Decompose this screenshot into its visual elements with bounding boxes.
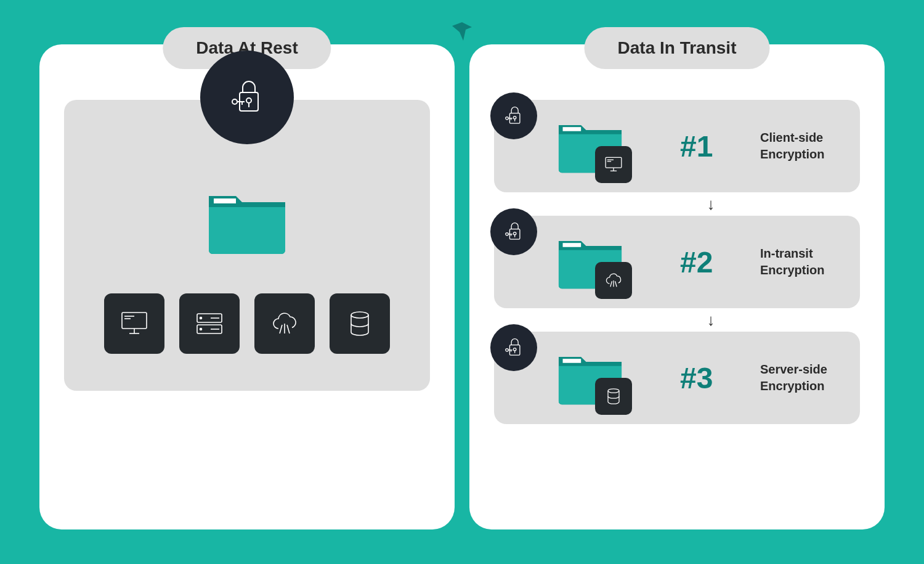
data-in-transit-panel: Data In Transit: [469, 44, 885, 529]
arrow-down-icon: ↓: [494, 196, 860, 212]
svg-point-23: [513, 116, 516, 119]
svg-line-18: [280, 325, 282, 333]
lock-key-icon: [490, 324, 537, 371]
desktop-computer-icon: [595, 146, 632, 183]
step-number: #3: [680, 361, 736, 395]
lock-key-icon: [490, 208, 537, 255]
transit-step-2: #2 In-transit Encryption: [494, 216, 860, 308]
cloud-icon: [254, 293, 315, 354]
lock-key-icon: [490, 92, 537, 139]
rest-body: [64, 100, 430, 391]
database-icon: [330, 293, 390, 354]
transit-steps: #1 Client-side Encryption ↓: [494, 100, 860, 424]
transit-step-3: #3 Server-side Encryption: [494, 332, 860, 424]
svg-line-20: [287, 325, 290, 333]
step-number: #1: [680, 129, 736, 163]
step-label: Client-side Encryption: [760, 129, 824, 163]
svg-line-43: [615, 281, 617, 287]
storage-icon-row: [104, 293, 390, 354]
svg-point-37: [506, 233, 508, 235]
svg-point-1: [246, 98, 251, 103]
svg-point-14: [200, 317, 202, 319]
svg-point-25: [506, 117, 508, 120]
svg-point-3: [232, 99, 237, 104]
folder-icon: [556, 348, 625, 407]
diagram-columns: Data At Rest: [0, 0, 924, 564]
svg-point-21: [351, 312, 368, 318]
svg-point-47: [506, 349, 508, 351]
folder-icon: [205, 186, 289, 256]
server-rack-icon: [179, 293, 240, 354]
svg-rect-50: [563, 359, 582, 363]
folder-icon: [556, 232, 625, 292]
desktop-computer-icon: [104, 293, 164, 354]
database-icon: [595, 378, 632, 415]
transit-step-1: #1 Client-side Encryption: [494, 100, 860, 192]
bird-logo: [448, 18, 476, 48]
panel-title-transit: Data In Transit: [585, 27, 770, 69]
lock-key-icon: [200, 51, 294, 144]
data-at-rest-panel: Data At Rest: [39, 44, 455, 529]
svg-point-45: [513, 348, 516, 351]
svg-rect-6: [214, 198, 236, 203]
arrow-down-icon: ↓: [494, 312, 860, 328]
step-number: #2: [680, 245, 736, 279]
svg-rect-28: [563, 127, 582, 131]
cloud-icon: [595, 262, 632, 299]
folder-icon: [556, 116, 625, 176]
svg-line-41: [610, 281, 612, 287]
step-label: In-transit Encryption: [760, 245, 824, 279]
svg-point-35: [513, 232, 516, 235]
svg-rect-7: [122, 313, 147, 329]
svg-point-51: [608, 389, 619, 393]
svg-rect-40: [563, 243, 582, 247]
svg-point-15: [200, 329, 202, 330]
step-label: Server-side Encryption: [760, 361, 827, 394]
svg-rect-29: [606, 157, 622, 168]
